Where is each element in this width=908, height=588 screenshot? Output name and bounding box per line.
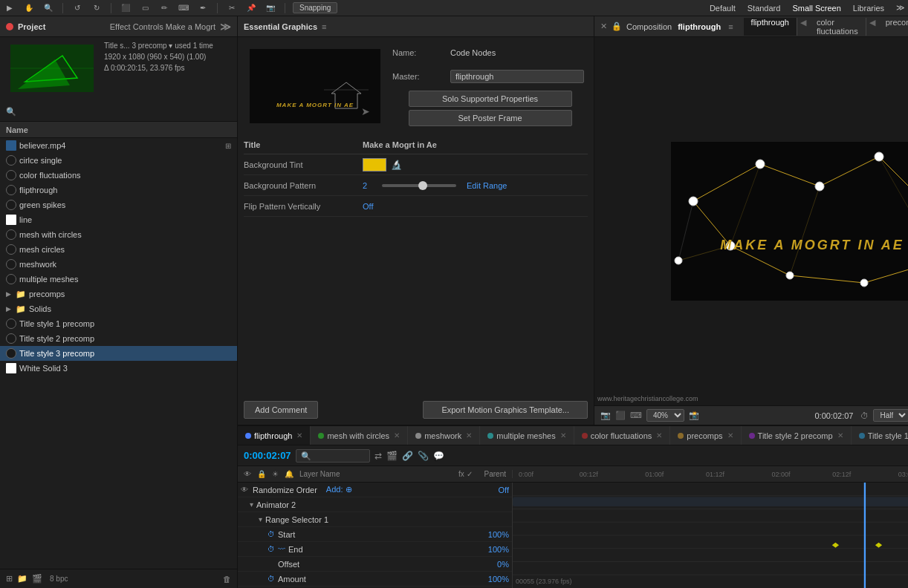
new-comp-icon[interactable]: 🎬 — [32, 574, 42, 584]
randomize-add[interactable]: Add: ⊕ — [326, 485, 352, 494]
brush-tool[interactable]: ✒ — [196, 1, 210, 15]
viewer-ctrl-4[interactable]: 📸 — [689, 411, 699, 420]
comp-lock-icon[interactable]: 🔒 — [612, 22, 622, 31]
type-tool[interactable]: ⌨ — [177, 1, 190, 15]
comp-viewer[interactable]: MAKE A MOGRT IN AE www.heritagechristian… — [594, 37, 908, 405]
pen-tool[interactable]: ✏ — [158, 1, 171, 15]
color-swatch-tint[interactable] — [363, 158, 386, 172]
timeline-tab-precomps[interactable]: precomps ✕ — [670, 426, 741, 445]
tab-default[interactable]: Default — [710, 4, 736, 13]
start-value[interactable]: 100% — [488, 530, 509, 539]
tab-close-flipthrough[interactable]: ✕ — [296, 431, 302, 440]
tab-libraries[interactable]: Libraries — [853, 4, 884, 13]
timeline-search-input[interactable] — [296, 449, 370, 463]
file-color-fluctuations[interactable]: color fluctuations — [0, 168, 237, 183]
shape-tool[interactable]: ▭ — [138, 1, 152, 15]
viewer-ctrl-2[interactable]: ⬛ — [615, 411, 626, 420]
redo-tool[interactable]: ↻ — [90, 1, 103, 15]
select-tool[interactable]: ▶ — [3, 1, 16, 15]
tl-ctrl-3[interactable]: 🔗 — [402, 451, 413, 461]
file-believer[interactable]: believer.mp4 ⊞ — [0, 138, 237, 153]
tab-close-multimesh[interactable]: ✕ — [560, 431, 566, 440]
rectangle-tool[interactable]: ⬛ — [119, 1, 132, 15]
eyedropper-icon[interactable]: 🔬 — [391, 160, 402, 170]
comp-close-icon[interactable]: ✕ — [600, 22, 607, 31]
project-menu-icon[interactable]: ≫ — [220, 21, 231, 33]
viewer-ctrl-3[interactable]: ⌨ — [630, 411, 642, 420]
tab-more[interactable]: ≫ — [896, 3, 905, 13]
pattern-value[interactable]: 2 — [363, 181, 377, 190]
viewer-ctrl-5[interactable]: ⏱ — [860, 411, 869, 420]
file-title-style-3[interactable]: Title style 3 precomp — [0, 346, 237, 361]
zoom-tool[interactable]: 🔍 — [42, 1, 55, 15]
tab-small-screen[interactable]: Small Screen — [792, 4, 840, 13]
timeline-tab-color[interactable]: color fluctuations ✕ — [574, 426, 671, 445]
file-mesh-circles[interactable]: mesh circles — [0, 242, 237, 257]
tab-close-ts2[interactable]: ✕ — [837, 431, 843, 440]
tab-close-meshcircles[interactable]: ✕ — [394, 431, 400, 440]
timeline-tracks[interactable]: 00055 (23.976 fps) — [513, 483, 908, 588]
hand-tool[interactable]: ✋ — [22, 1, 36, 15]
snapping-button[interactable]: Snapping — [293, 2, 337, 13]
undo-tool[interactable]: ↺ — [71, 1, 84, 15]
delete-icon[interactable]: 🗑 — [223, 575, 231, 584]
project-search-input[interactable] — [19, 108, 231, 117]
add-comment-button[interactable]: Add Comment — [244, 401, 318, 419]
timeline-current-time[interactable]: 0:00:02:07 — [244, 450, 291, 461]
timeline-tab-flipthrough[interactable]: flipthrough ✕ — [238, 426, 311, 445]
comp-tab-color[interactable]: color fluctuations — [809, 18, 866, 36]
file-white-solid[interactable]: White Solid 3 — [0, 361, 237, 376]
new-item-icon[interactable]: ⊞ — [6, 574, 13, 584]
flip-value[interactable]: Off — [363, 202, 373, 211]
file-title-style-1[interactable]: Title style 1 precomp — [0, 316, 237, 331]
eg-master-dropdown[interactable]: flipthrough — [450, 70, 584, 83]
file-multiple-meshes[interactable]: multiple meshes — [0, 272, 237, 287]
file-mesh-with-circles[interactable]: mesh with circles — [0, 227, 237, 242]
viewer-zoom-select[interactable]: 40% — [646, 409, 684, 422]
comp-tab-precomps[interactable]: precomps — [878, 18, 908, 36]
edit-range-button[interactable]: Edit Range — [467, 181, 507, 190]
file-flipthrough[interactable]: flipthrough — [0, 183, 237, 197]
comp-tab-flipthrough[interactable]: flipthrough — [744, 18, 797, 36]
eg-menu-icon[interactable]: ≡ — [322, 22, 326, 31]
animator2-arrow[interactable]: ▾ — [250, 500, 253, 509]
new-folder-icon[interactable]: 📁 — [17, 574, 27, 584]
clone-tool[interactable]: ✂ — [225, 1, 239, 15]
file-title-style-2[interactable]: Title style 2 precomp — [0, 331, 237, 346]
rangesel-arrow[interactable]: ▾ — [259, 515, 262, 523]
set-poster-frame-button[interactable]: Set Poster Frame — [409, 110, 572, 126]
file-meshwork[interactable]: meshwork — [0, 257, 237, 272]
timeline-tab-ts1[interactable]: Title style 1 prec... ✕ — [852, 426, 908, 445]
timeline-tab-meshcircles[interactable]: mesh with circles ✕ — [311, 426, 408, 445]
viewer-quality-select[interactable]: Half — [873, 409, 908, 422]
tab-close-meshwork[interactable]: ✕ — [466, 431, 472, 440]
timeline-tab-ts2[interactable]: Title style 2 precomp ✕ — [742, 426, 852, 445]
project-thumbnail[interactable] — [10, 45, 94, 92]
end-value[interactable]: 100% — [488, 545, 509, 554]
tl-ctrl-5[interactable]: 💬 — [433, 451, 444, 461]
tab-close-color[interactable]: ✕ — [656, 431, 662, 440]
randomize-value[interactable]: Off — [499, 486, 509, 494]
tl-eye-randomize[interactable]: 👁 — [241, 486, 250, 494]
file-green-spikes[interactable]: green spikes — [0, 197, 237, 212]
pattern-slider[interactable] — [382, 184, 456, 187]
viewer-ctrl-1[interactable]: 📷 — [600, 411, 611, 420]
tab-standard[interactable]: Standard — [748, 4, 781, 13]
timeline-tab-meshwork[interactable]: meshwork ✕ — [408, 426, 480, 445]
file-line[interactable]: line — [0, 212, 237, 227]
comp-menu-icon[interactable]: ≡ — [728, 22, 733, 31]
offset-value[interactable]: 0% — [497, 560, 509, 569]
tl-ctrl-1[interactable]: ⇄ — [374, 451, 382, 461]
export-template-button[interactable]: Export Motion Graphics Template... — [423, 401, 588, 419]
timeline-tab-multimesh[interactable]: multiple meshes ✕ — [480, 426, 574, 445]
file-circle-single[interactable]: cirlce single — [0, 153, 237, 168]
camera-tool[interactable]: 📷 — [264, 1, 277, 15]
tab-close-precomps[interactable]: ✕ — [727, 431, 733, 440]
tl-ctrl-4[interactable]: 📎 — [418, 451, 429, 461]
puppet-tool[interactable]: 📌 — [244, 1, 258, 15]
file-precomps-folder[interactable]: ▶ 📁 precomps — [0, 287, 237, 301]
solo-supported-button[interactable]: Solo Supported Properties — [409, 91, 572, 107]
amount-value[interactable]: 100% — [488, 575, 509, 584]
tl-ctrl-2[interactable]: 🎬 — [386, 451, 398, 461]
file-solids-folder[interactable]: ▶ 📁 Solids — [0, 301, 237, 316]
